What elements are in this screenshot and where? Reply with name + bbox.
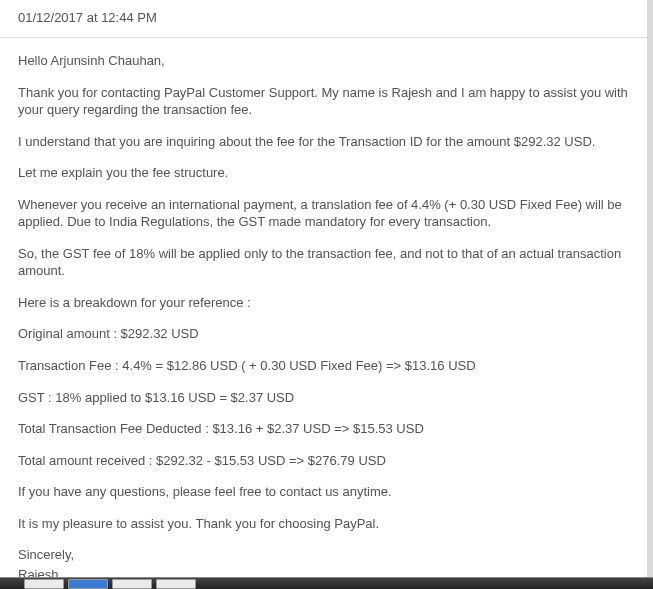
total-deducted-line: Total Transaction Fee Deducted : $13.16 …	[18, 420, 629, 438]
explain-line: Let me explain you the fee structure.	[18, 164, 629, 182]
email-container: 01/12/2017 at 12:44 PM Hello Arjunsinh C…	[0, 0, 653, 589]
header-divider	[0, 37, 647, 38]
taskbar-button[interactable]	[156, 579, 196, 589]
taskbar-button[interactable]	[24, 579, 64, 589]
gst-note-paragraph: So, the GST fee of 18% will be applied o…	[18, 245, 629, 280]
breakdown-heading: Here is a breakdown for your reference :	[18, 294, 629, 312]
intro-paragraph: Thank you for contacting PayPal Customer…	[18, 84, 629, 119]
signoff-sincerely: Sincerely,	[18, 546, 629, 564]
total-received-line: Total amount received : $292.32 - $15.53…	[18, 452, 629, 470]
os-taskbar[interactable]	[0, 577, 653, 589]
email-body: Hello Arjunsinh Chauhan, Thank you for c…	[0, 52, 647, 589]
gst-line: GST : 18% applied to $13.16 USD = $2.37 …	[18, 389, 629, 407]
transaction-fee-line: Transaction Fee : 4.4% = $12.86 USD ( + …	[18, 357, 629, 375]
pleasure-line: It is my pleasure to assist you. Thank y…	[18, 515, 629, 533]
greeting-line: Hello Arjunsinh Chauhan,	[18, 52, 629, 70]
email-timestamp: 01/12/2017 at 12:44 PM	[0, 0, 647, 37]
taskbar-button[interactable]	[68, 579, 108, 589]
questions-line: If you have any questions, please feel f…	[18, 483, 629, 501]
original-amount-line: Original amount : $292.32 USD	[18, 325, 629, 343]
inquiry-paragraph: I understand that you are inquiring abou…	[18, 133, 629, 151]
taskbar-button[interactable]	[112, 579, 152, 589]
intl-fee-paragraph: Whenever you receive an international pa…	[18, 196, 629, 231]
